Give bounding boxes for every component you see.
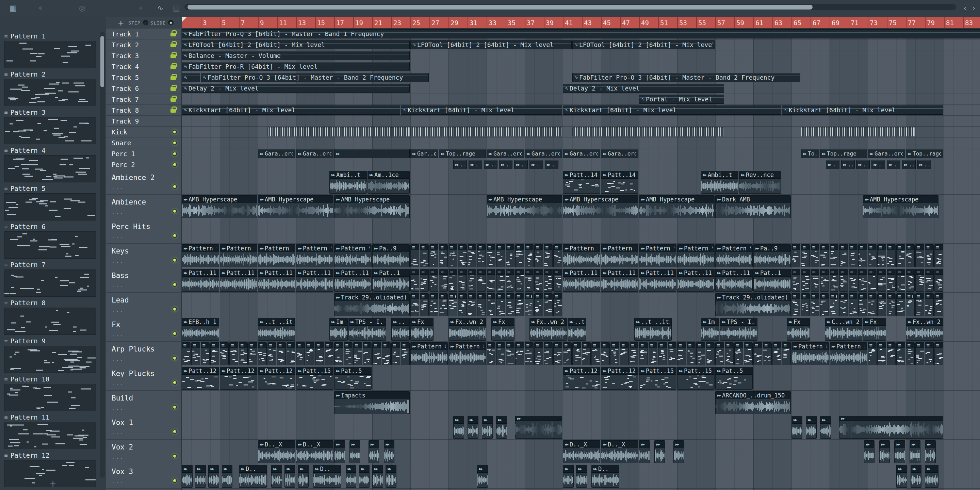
playlist-clip[interactable]: ≡	[229, 342, 238, 365]
timeline-bar-label[interactable]: 67	[813, 19, 821, 27]
playlist-clip[interactable]: ▸▸..c	[530, 160, 543, 169]
track-led-indicator[interactable]	[172, 331, 177, 336]
playlist-clip[interactable]: ≡	[877, 342, 886, 365]
playlist-clip[interactable]: ▸▸EFB..h_1	[182, 318, 219, 340]
playlist-lane-keys[interactable]: ▸▸Pattern 9▸▸Pattern 9▸▸Pattern 9▸▸Patte…	[182, 243, 980, 268]
playlist-clip[interactable]: ▸▸	[271, 465, 282, 488]
playlist-clip[interactable]: ▸▸Patt..12	[601, 367, 638, 390]
playlist-lane-bass[interactable]: ▸▸Patt..11▸▸Patt..11▸▸Patt..11▸▸Patt..11…	[182, 268, 980, 293]
playlist-clip[interactable]: ▸▸Ambi..t 1	[329, 171, 367, 194]
playlist-clip[interactable]: ≡	[715, 342, 724, 365]
playlist-clip[interactable]: ≡	[515, 244, 524, 267]
playlist-clip[interactable]: ≡P.	[525, 293, 533, 316]
playlist-clip[interactable]: ▸▸..c	[826, 160, 840, 169]
playlist-clip[interactable]: ≡	[877, 244, 886, 267]
timeline-bar-label[interactable]: 41	[565, 19, 573, 27]
playlist-clip[interactable]: ∿Balance - Master - Volume	[182, 51, 410, 60]
playlist-clip[interactable]: ≡	[267, 342, 276, 365]
playlist-clip[interactable]: ≡	[611, 342, 619, 365]
track-lock-icon[interactable]	[170, 76, 176, 80]
playlist-clip[interactable]: ∿FabFilter Pro-Q 3 [64bit] - Master - Ba…	[572, 73, 800, 82]
playlist-clip[interactable]: ▸▸	[334, 149, 410, 158]
playlist-clip[interactable]: ▸▸Fx	[863, 318, 886, 340]
add-button[interactable]: +	[118, 19, 124, 27]
playlist-lane-perc-2[interactable]: ▸▸..c▸▸..c▸▸..c▸▸..c▸▸..c▸▸..c▸▸..c▸▸..c…	[182, 159, 980, 170]
playlist-clip[interactable]: ▸▸D.._X	[258, 440, 295, 463]
track-led-indicator[interactable]	[172, 140, 177, 145]
playlist-clip[interactable]: ≡	[553, 244, 562, 267]
channel-rack-icon[interactable]: ▦	[10, 4, 17, 12]
playlist-clip[interactable]: ≡	[553, 293, 562, 316]
playlist-clip[interactable]: ≡	[334, 342, 343, 365]
playlist-clip[interactable]: ≡	[734, 342, 743, 365]
playlist-clip[interactable]: ≡	[191, 342, 200, 365]
timeline-bar-label[interactable]: 37	[527, 19, 535, 27]
playlist-clip[interactable]: ▸▸	[563, 465, 574, 488]
pattern-item[interactable]: ≡Pattern 6	[4, 222, 97, 259]
playlist-lane-track-2[interactable]: ∿LFOTool [64bit]_2 [64bit] - Mix level∿L…	[182, 40, 980, 50]
timeline-bar-label[interactable]: 57	[717, 19, 725, 27]
pattern-item[interactable]: ≡Pattern 2	[4, 69, 97, 106]
timeline-bar-label[interactable]: 9	[260, 19, 264, 27]
playlist-clip[interactable]: ≡	[801, 244, 810, 267]
playlist-clip[interactable]: ▸▸	[820, 416, 831, 439]
playlist-clip[interactable]: ≡	[430, 244, 438, 267]
playlist-clip[interactable]: ▸▸Gara..erc	[601, 149, 638, 158]
timeline-bar-label[interactable]: 43	[584, 19, 592, 27]
playlist-clip[interactable]: ∿Kickstart [64bit] - Mix level	[563, 105, 781, 115]
playlist-clip[interactable]: ≡	[887, 269, 896, 292]
playlist-clip[interactable]: ▸▸	[334, 440, 345, 463]
playlist-clip[interactable]: ≡	[410, 269, 419, 292]
playlist-clip[interactable]: ≡	[515, 342, 524, 365]
playlist-clip[interactable]: ≡	[725, 342, 733, 365]
track-header-build[interactable]: Build...	[106, 391, 181, 415]
playlist-clip[interactable]: ▸▸Dark AMB	[715, 195, 791, 218]
playlist-clip[interactable]: ≡	[649, 342, 657, 365]
playlist-clip[interactable]: ≡	[887, 342, 896, 365]
pattern-item[interactable]: ≡Pattern 7	[4, 260, 97, 297]
track-led-indicator[interactable]	[172, 185, 177, 189]
playlist-lane-perc-hits[interactable]	[182, 219, 980, 243]
playlist-clip[interactable]: ∿Kickstart [64bit] - Mix level	[401, 105, 562, 115]
playlist-clip[interactable]: ≡	[630, 342, 638, 365]
playlist-clip[interactable]: ▸▸	[182, 465, 192, 488]
playlist-clip[interactable]: ≡	[258, 342, 267, 365]
timeline-bar-label[interactable]: 39	[546, 19, 554, 27]
pattern-thumbnail[interactable]	[4, 41, 96, 68]
playlist-clip[interactable]: ≡	[839, 244, 848, 267]
playlist-clip[interactable]: ≡	[849, 269, 858, 292]
playlist-clip[interactable]: ▸▸Track 29..olidated)	[334, 293, 410, 316]
timeline-bar-label[interactable]: 65	[794, 19, 801, 27]
playlist-clip[interactable]: ▸▸D.._X	[563, 440, 600, 463]
playlist-clip[interactable]: ≡	[477, 293, 486, 316]
playlist-clip[interactable]: ▸▸..c	[484, 160, 498, 169]
playlist-clip[interactable]: ≡	[801, 293, 810, 316]
timeline-bar-label[interactable]: 59	[737, 19, 744, 27]
timeline-bar-label[interactable]: 25	[412, 19, 420, 27]
pattern-thumbnail[interactable]	[4, 117, 96, 144]
playlist-clip[interactable]: ▸▸	[222, 465, 233, 488]
playlist-clip[interactable]: ▸▸Pattern 9	[563, 244, 600, 267]
playlist-clip[interactable]: ▸▸Gara..erc	[563, 149, 600, 158]
track-led-indicator[interactable]	[172, 209, 177, 213]
playlist-clip[interactable]: ≡	[753, 342, 762, 365]
playlist-clip[interactable]: ≡	[811, 293, 819, 316]
playlist-clip[interactable]: ▸▸	[359, 465, 370, 488]
pattern-scrollbar-thumb[interactable]	[100, 36, 104, 87]
playlist-clip[interactable]: ≡	[506, 269, 514, 292]
playlist-clip[interactable]: ▸▸Patt..11	[639, 269, 676, 292]
playlist-clip[interactable]: ≡	[839, 293, 848, 316]
playlist-clip[interactable]: ▸▸To..ge	[801, 149, 819, 158]
playlist-clip[interactable]: ▸▸Pattern 8	[791, 342, 829, 365]
track-header-track-8[interactable]: Track 8	[106, 105, 181, 116]
playlist-clip[interactable]: ≡	[401, 342, 410, 365]
playlist-clip[interactable]: ▸▸	[639, 440, 650, 463]
playlist-clip[interactable]: ▸▸Patt..11	[677, 269, 714, 292]
track-header-arp-plucks[interactable]: Arp Plucks...	[106, 342, 181, 366]
playlist-clip[interactable]: ▸▸	[477, 465, 488, 488]
track-header-track-6[interactable]: Track 6	[106, 83, 181, 94]
playlist-clip[interactable]: ▸▸Pat..5	[715, 367, 753, 390]
track-led-indicator[interactable]	[172, 380, 177, 385]
playlist-clip[interactable]: ≡	[525, 342, 533, 365]
playlist-clip[interactable]: ▸▸..c	[856, 160, 870, 169]
